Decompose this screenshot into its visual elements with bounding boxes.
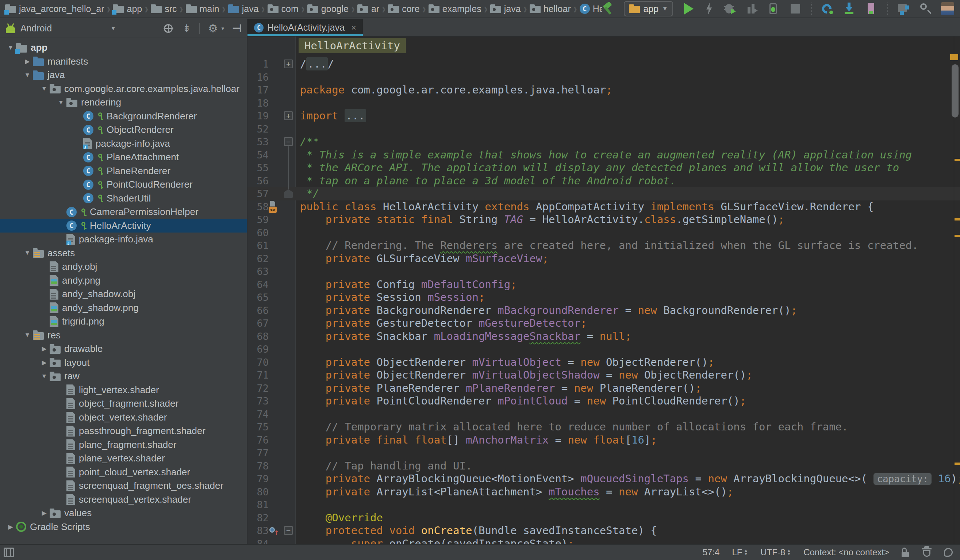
sdk-manager-icon[interactable] [843, 3, 856, 15]
event-log-icon[interactable] [944, 548, 953, 557]
line-number[interactable]: 76 [248, 434, 269, 447]
code-line-58[interactable]: 58<>public class HelloArActivity extends… [248, 200, 960, 214]
code-line-66[interactable]: 66 private BackgroundRenderer mBackgroun… [248, 304, 960, 317]
hide-panel-icon[interactable] [231, 23, 242, 34]
line-number[interactable]: 68 [248, 330, 269, 343]
tab-helloaractivity[interactable]: C HelloArActivity.java × [248, 19, 363, 36]
expand-open-icon[interactable]: ▼ [22, 72, 33, 79]
tree-item-PointCloudRenderer[interactable]: CPointCloudRenderer [0, 178, 247, 192]
code-line-64[interactable]: 64 private Config mDefaultConfig; [248, 278, 960, 291]
run-button[interactable] [683, 3, 695, 15]
breadcrumb-app[interactable]: app [113, 4, 142, 14]
code-line-60[interactable]: 60 [248, 226, 960, 240]
breadcrumb-core[interactable]: core [388, 4, 420, 14]
editor-breadcrumb-tag[interactable]: HelloArActivity [299, 38, 406, 53]
build-hammer-icon[interactable] [602, 3, 614, 15]
line-number[interactable]: 58 [248, 200, 269, 214]
line-number[interactable]: 69 [248, 343, 269, 356]
line-number[interactable]: 56 [248, 174, 269, 188]
code-line-73[interactable]: 73 private PointCloudRenderer mPointClou… [248, 395, 960, 408]
expand-closed-icon[interactable]: ▶ [39, 509, 50, 517]
code-line-57[interactable]: 57 */ [248, 187, 960, 200]
android-profiler-icon[interactable] [821, 3, 834, 15]
expand-open-icon[interactable]: ▼ [56, 99, 66, 106]
avd-manager-icon[interactable] [865, 3, 877, 15]
tree-item-package-info.java[interactable]: Jpackage-info.java [0, 137, 247, 151]
run-config-selector[interactable]: app▼ [624, 1, 673, 16]
breadcrumb-examples[interactable]: examples [429, 4, 482, 14]
breadcrumb-HelloArActivity[interactable]: CHelloArActivity [580, 4, 602, 14]
related-file-icon[interactable] [270, 201, 275, 206]
code-line-18[interactable]: 18 [248, 97, 960, 110]
line-number[interactable]: 80 [248, 486, 269, 499]
line-number[interactable]: 64 [248, 278, 269, 291]
expand-open-icon[interactable]: ▼ [39, 373, 50, 380]
breadcrumb-java_arcore_hello_ar[interactable]: java_arcore_hello_ar [5, 4, 104, 14]
code-line-56[interactable]: 56 * tap on a plane to place a 3d model … [248, 174, 960, 188]
tree-item-andy.obj[interactable]: andy.obj [0, 260, 247, 274]
expand-open-icon[interactable]: ▼ [39, 85, 50, 92]
context-widget[interactable]: Context: <no context> [803, 547, 889, 557]
tree-item-PlaneAttachment[interactable]: CPlaneAttachment [0, 150, 247, 164]
tree-item-rendering[interactable]: ▼rendering [0, 96, 247, 109]
line-number[interactable]: 78 [248, 459, 269, 473]
line-number[interactable]: 17 [248, 83, 269, 97]
warning-tick[interactable] [955, 159, 960, 161]
tree-item-drawable[interactable]: ▶drawable [0, 342, 247, 356]
encoding-selector[interactable]: UTF-8▲▼ [760, 547, 791, 557]
line-number[interactable]: 82 [248, 512, 269, 525]
attach-debugger-icon[interactable] [767, 3, 780, 15]
warning-tick[interactable] [955, 235, 960, 237]
expand-closed-icon[interactable]: ▶ [39, 359, 50, 366]
warning-tick[interactable] [955, 218, 960, 221]
toolwindow-toggle-icon[interactable] [4, 547, 14, 557]
breadcrumb-java[interactable]: java [490, 4, 521, 14]
line-number[interactable]: 63 [248, 265, 269, 278]
expand-open-icon[interactable]: ▼ [22, 331, 33, 339]
chevron-down-icon[interactable]: ▼ [110, 25, 116, 32]
code-line-84[interactable]: 84 super.onCreate(savedInstanceState); [248, 538, 960, 544]
user-avatar[interactable] [941, 2, 954, 15]
breadcrumb-src[interactable]: src [151, 4, 177, 14]
gear-menu-icon[interactable] [207, 23, 218, 34]
code-line-78[interactable]: 78 // Tap handling and UI. [248, 459, 960, 473]
line-number[interactable]: 19 [248, 109, 269, 123]
warning-tick[interactable] [955, 462, 960, 465]
code-line-69[interactable]: 69 [248, 343, 960, 356]
tree-item-Gradle Scripts[interactable]: ▶Gradle Scripts [0, 520, 247, 534]
code-line-59[interactable]: 59 private static final String TAG = Hel… [248, 213, 960, 226]
tree-item-values[interactable]: ▶values [0, 506, 247, 520]
code-marker-icon[interactable]: <> [269, 206, 277, 213]
scrollbar-thumb[interactable] [952, 64, 958, 118]
line-number[interactable]: 59 [248, 213, 269, 226]
line-number[interactable]: 54 [248, 149, 269, 162]
code-line-82[interactable]: 82 @Override [248, 512, 960, 525]
line-number[interactable]: 79 [248, 472, 269, 486]
tree-item-com.google.ar.core.examples.java.helloar[interactable]: ▼com.google.ar.core.examples.java.helloa… [0, 82, 247, 96]
tree-item-ObjectRenderer[interactable]: CObjectRenderer [0, 123, 247, 137]
code-line-76[interactable]: 76 private final float[] mAnchorMatrix =… [248, 434, 960, 447]
tree-item-andy.png[interactable]: andy.png [0, 274, 247, 288]
collapse-all-icon[interactable] [181, 23, 192, 34]
code-line-68[interactable]: 68 private Snackbar mLoadingMessageSnack… [248, 330, 960, 343]
tree-item-screenquad_fragment_oes.shader[interactable]: screenquad_fragment_oes.shader [0, 479, 247, 493]
breadcrumb-ar[interactable]: ar [357, 4, 379, 14]
code-line-53[interactable]: 53−/** [248, 136, 960, 149]
line-number[interactable]: 16 [248, 71, 269, 84]
profile-button[interactable] [746, 3, 758, 15]
line-number[interactable]: 62 [248, 252, 269, 266]
code-line-70[interactable]: 70 private ObjectRenderer mVirtualObject… [248, 356, 960, 369]
tree-item-BackgroundRenderer[interactable]: CBackgroundRenderer [0, 109, 247, 123]
caret-position[interactable]: 57:4 [702, 547, 720, 557]
code-line-80[interactable]: 80 private ArrayList<PlaneAttachment> mT… [248, 486, 960, 499]
code-line-19[interactable]: 19+import ... [248, 109, 960, 123]
line-number[interactable]: 74 [248, 408, 269, 421]
expand-closed-icon[interactable]: ▶ [39, 345, 50, 353]
tree-item-assets[interactable]: ▼assets [0, 246, 247, 260]
code-line-81[interactable]: 81 [248, 498, 960, 512]
line-number[interactable]: 67 [248, 317, 269, 330]
line-number[interactable]: 83 [248, 524, 269, 538]
tree-item-raw[interactable]: ▼raw [0, 370, 247, 383]
debug-button[interactable] [723, 3, 736, 15]
line-number[interactable]: 72 [248, 382, 269, 395]
